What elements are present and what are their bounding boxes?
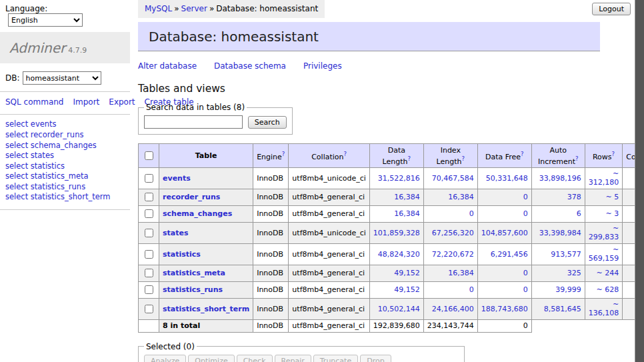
index-length-link[interactable]: 70,467,584 (432, 174, 474, 183)
breadcrumb-mysql-link[interactable]: MySQL (145, 4, 172, 13)
auto-increment-link[interactable]: 6 (577, 209, 581, 218)
sidebar-select-link[interactable]: select schema_changes (5, 141, 125, 151)
sidebar-select-link[interactable]: select recorder_runs (5, 130, 125, 141)
rows-link[interactable]: ~ 244 (597, 269, 619, 277)
table-name-link[interactable]: statistics_runs (163, 285, 223, 294)
data-length-link[interactable]: 49,152 (394, 269, 420, 277)
data-free-link[interactable]: 104,857,600 (481, 229, 528, 237)
optimize-button[interactable]: Optimize (188, 355, 234, 362)
database-schema-link[interactable]: Database schema (214, 61, 286, 71)
import-link[interactable]: Import (73, 97, 99, 107)
row-select-checkbox[interactable] (145, 269, 153, 277)
sidebar-select-link[interactable]: select statistics (5, 161, 125, 172)
app-name[interactable]: Adminer (9, 40, 65, 56)
row-select-checkbox[interactable] (145, 229, 153, 237)
help-link[interactable]: ? (575, 155, 579, 162)
rows-link[interactable]: ~ 3 (606, 209, 619, 218)
language-select[interactable]: English (8, 13, 83, 27)
index-length-link[interactable]: 67,256,320 (432, 229, 474, 237)
search-button[interactable]: Search (248, 116, 287, 129)
rows-link[interactable]: ~ 136,108 (589, 300, 619, 317)
table-name-link[interactable]: events (163, 174, 191, 183)
data-length-link[interactable]: 10,502,144 (378, 305, 420, 313)
rows-link[interactable]: ~ 5 (606, 193, 619, 201)
help-link[interactable]: ? (282, 151, 285, 157)
data-free-link[interactable]: 0 (523, 285, 528, 294)
drop-button[interactable]: Drop (360, 355, 391, 362)
data-free-link[interactable]: 0 (523, 193, 528, 201)
row-select-checkbox[interactable] (145, 193, 153, 201)
sidebar-select-link[interactable]: select events (5, 119, 125, 130)
auto-increment-link[interactable]: 39,999 (555, 285, 581, 294)
help-link[interactable]: ? (344, 151, 347, 157)
logout-button[interactable]: Logout (592, 3, 631, 15)
data-free-link[interactable]: 6,291,456 (491, 250, 528, 259)
data-free-link[interactable]: 50,331,648 (486, 174, 528, 183)
truncate-button[interactable]: Truncate (313, 355, 358, 362)
app-version[interactable]: 4.7.9 (68, 46, 87, 55)
index-length-link[interactable]: 0 (469, 209, 474, 218)
help-link[interactable]: ? (408, 155, 411, 162)
sql-command-link[interactable]: SQL command (5, 97, 63, 107)
data-free-link[interactable]: 188,743,680 (481, 305, 528, 313)
analyze-button[interactable]: Analyze (144, 355, 186, 362)
table-name-link[interactable]: states (163, 229, 189, 237)
index-length-link[interactable]: 16,384 (448, 193, 474, 201)
help-link[interactable]: ? (521, 151, 524, 157)
rows-link[interactable]: ~ 312,180 (589, 169, 619, 187)
privileges-link[interactable]: Privileges (303, 61, 342, 71)
db-select[interactable]: homeassistant (23, 71, 101, 85)
table-name-link[interactable]: statistics (163, 250, 201, 259)
table-row: statistics_runsInnoDButf8mb4_general_ci4… (139, 281, 644, 298)
row-select-checkbox[interactable] (145, 285, 153, 294)
data-free-cell: 188,743,680 (477, 298, 531, 319)
table-name-link[interactable]: recorder_runs (163, 193, 220, 201)
vertical-scrollbar[interactable] (635, 0, 644, 362)
total-row: 8 in total InnoDB utf8mb4_general_ci 192… (139, 319, 644, 332)
row-select-checkbox[interactable] (145, 209, 153, 218)
row-select-checkbox[interactable] (145, 305, 153, 313)
index-length-link[interactable]: 72,220,672 (432, 250, 474, 259)
data-length-link[interactable]: 48,824,320 (378, 250, 420, 259)
sidebar-select-link[interactable]: select statistics_meta (5, 171, 125, 182)
help-link[interactable]: ? (462, 155, 465, 162)
index-length-link[interactable]: 24,166,400 (432, 305, 474, 313)
index-length-link[interactable]: 0 (469, 285, 474, 294)
data-free-link[interactable]: 0 (523, 269, 528, 277)
rows-link[interactable]: ~ 628 (597, 285, 619, 294)
breadcrumb-server-link[interactable]: Server (181, 4, 207, 13)
row-select-checkbox[interactable] (145, 174, 153, 183)
auto-increment-link[interactable]: 8,581,645 (544, 305, 581, 313)
table-name-link[interactable]: statistics_meta (163, 269, 225, 277)
data-length-link[interactable]: 31,522,816 (378, 174, 420, 183)
sidebar-select-link[interactable]: select states (5, 151, 125, 161)
rows-link[interactable]: ~ 299,833 (589, 224, 619, 241)
data-length-link[interactable]: 16,384 (394, 209, 420, 218)
data-length-link[interactable]: 16,384 (394, 193, 420, 201)
sidebar-select-link[interactable]: select statistics_runs (5, 182, 125, 193)
rows-cell: ~ 312,180 (585, 167, 622, 189)
rows-link[interactable]: ~ 569,159 (589, 245, 619, 263)
auto-increment-link[interactable]: 33,398,984 (539, 229, 581, 237)
data-free-link[interactable]: 0 (523, 209, 528, 218)
auto-increment-link[interactable]: 325 (567, 269, 581, 277)
auto-increment-link[interactable]: 378 (567, 193, 581, 201)
index-length-link[interactable]: 16,384 (448, 269, 474, 277)
table-name-link[interactable]: schema_changes (163, 209, 232, 218)
sidebar-select-link[interactable]: select statistics_short_term (5, 192, 125, 203)
repair-button[interactable]: Repair (275, 355, 311, 362)
sidebar: Language:English Adminer4.7.9 DB:homeass… (0, 0, 130, 210)
auto-increment-link[interactable]: 913,577 (551, 250, 581, 259)
search-input[interactable] (144, 115, 243, 129)
help-link[interactable]: ? (612, 151, 615, 157)
export-link[interactable]: Export (109, 97, 135, 107)
row-select-checkbox[interactable] (145, 250, 153, 259)
alter-database-link[interactable]: Alter database (138, 61, 197, 71)
total-index-length-cell: 234,143,744 (423, 319, 477, 332)
table-name-link[interactable]: statistics_short_term (163, 305, 249, 313)
data-length-link[interactable]: 101,859,328 (373, 229, 420, 237)
check-button[interactable]: Check (237, 355, 273, 362)
select-all-checkbox[interactable] (145, 151, 153, 160)
data-length-link[interactable]: 49,152 (394, 285, 420, 294)
auto-increment-link[interactable]: 33,898,196 (539, 174, 581, 183)
